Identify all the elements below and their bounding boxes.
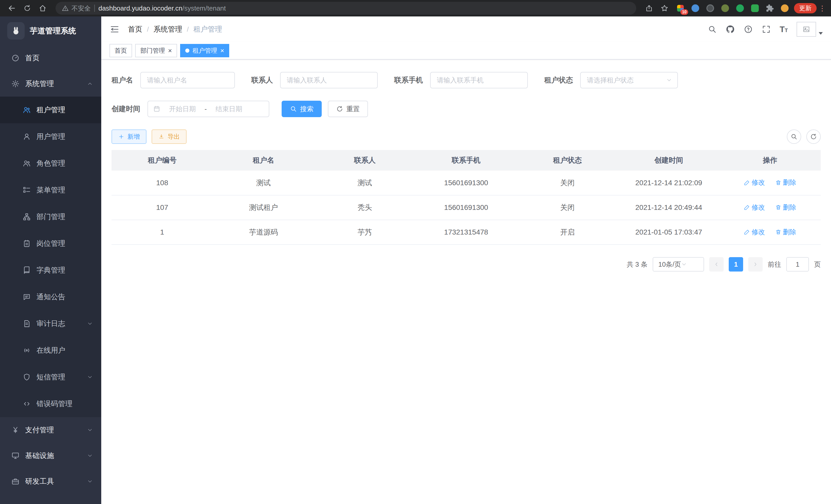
col-tenant-id: 租户编号 <box>112 150 213 171</box>
goto-page-input[interactable] <box>786 257 809 271</box>
chevron-down-icon <box>681 261 699 267</box>
sidebar-item-post[interactable]: 岗位管理 <box>0 230 101 257</box>
browser-back-button[interactable] <box>5 2 19 15</box>
sidebar-item-tenant[interactable]: 租户管理 <box>0 97 101 123</box>
sidebar-item-errcode[interactable]: 错误码管理 <box>0 390 101 417</box>
sidebar-item-devtools[interactable]: 研发工具 <box>0 469 101 494</box>
contact-label: 联系人 <box>251 75 273 85</box>
security-label: 不安全 <box>71 4 91 12</box>
logo[interactable]: 芋道管理系统 <box>0 17 101 45</box>
close-icon[interactable]: × <box>168 47 172 54</box>
breadcrumb-system[interactable]: 系统管理 <box>153 24 182 34</box>
col-phone: 联系手机 <box>416 150 517 171</box>
export-button[interactable]: 导出 <box>152 129 187 144</box>
extensions-puzzle-button[interactable] <box>765 3 775 13</box>
total-count: 共 3 条 <box>627 260 648 269</box>
page-size-select[interactable]: 10条/页 <box>653 257 704 271</box>
status-text: 关闭 <box>517 195 618 220</box>
delete-link[interactable]: 删除 <box>775 203 796 212</box>
sidebar-item-dict[interactable]: 字典管理 <box>0 257 101 284</box>
sidebar-item-user[interactable]: 用户管理 <box>0 123 101 150</box>
sidebar-item-notice[interactable]: 通知公告 <box>0 284 101 310</box>
tab-home[interactable]: 首页 <box>110 44 132 57</box>
address-divider <box>94 5 95 12</box>
breadcrumb-home[interactable]: 首页 <box>128 24 142 34</box>
extension-icon-4[interactable] <box>720 3 730 13</box>
warning-icon <box>62 5 69 12</box>
sidebar-toggle[interactable] <box>107 22 122 36</box>
user-avatar-dropdown[interactable] <box>797 22 823 37</box>
extension-icon-2[interactable] <box>690 3 700 13</box>
font-size-button[interactable]: TT <box>780 25 788 34</box>
edit-icon <box>744 180 750 186</box>
refresh-table-button[interactable] <box>806 129 821 144</box>
sidebar-item-dept[interactable]: 部门管理 <box>0 203 101 230</box>
edit-link[interactable]: 修改 <box>744 203 765 212</box>
tenant-name-input[interactable] <box>140 72 235 88</box>
extension-icon-6[interactable] <box>750 3 760 13</box>
status-select[interactable]: 请选择租户状态 <box>580 72 678 88</box>
address-bar[interactable]: 不安全 dashboard.yudao.iocoder.cn/system/te… <box>56 2 636 14</box>
help-icon <box>744 25 753 34</box>
edit-link[interactable]: 修改 <box>744 178 765 187</box>
edit-link[interactable]: 修改 <box>744 228 765 237</box>
chevron-up-icon <box>87 81 93 87</box>
sidebar-item-pay[interactable]: 支付管理 <box>0 417 101 443</box>
sidebar-item-audit[interactable]: 审计日志 <box>0 310 101 337</box>
sidebar-item-infra[interactable]: 基础设施 <box>0 443 101 469</box>
next-page-button[interactable] <box>748 257 763 271</box>
extension-icon-5[interactable] <box>735 3 745 13</box>
tab-tenant[interactable]: 租户管理 × <box>180 44 229 57</box>
toggle-search-button[interactable] <box>787 129 801 144</box>
sidebar-item-home[interactable]: 首页 <box>0 45 101 71</box>
url-text: dashboard.yudao.iocoder.cn/system/tenant <box>98 4 226 12</box>
header-search-button[interactable] <box>708 25 717 34</box>
help-button[interactable] <box>744 25 753 34</box>
delete-icon <box>775 229 781 235</box>
filter-tenant-name: 租户名 <box>112 72 235 88</box>
page-number-1[interactable]: 1 <box>729 257 743 271</box>
fullscreen-button[interactable] <box>762 25 771 34</box>
table-header-row: 租户编号 租户名 联系人 联系手机 租户状态 创建时间 操作 <box>112 150 821 171</box>
date-end-input[interactable] <box>210 105 248 113</box>
document-icon <box>23 320 31 328</box>
refresh-icon <box>336 105 343 113</box>
browser-home-button[interactable] <box>36 2 49 15</box>
status-label: 租户状态 <box>544 75 573 85</box>
extension-icon-3[interactable] <box>705 3 715 13</box>
phone-input[interactable] <box>430 72 528 88</box>
browser-menu-icon[interactable]: ⋮ <box>819 4 826 12</box>
sidebar-item-system[interactable]: 系统管理 <box>0 71 101 97</box>
share-button[interactable] <box>642 2 656 15</box>
github-link[interactable] <box>726 25 735 34</box>
tenant-icon <box>23 106 31 114</box>
browser-reload-button[interactable] <box>21 2 34 15</box>
bookmark-star-button[interactable] <box>658 2 671 15</box>
sidebar-item-online[interactable]: 在线用户 <box>0 337 101 364</box>
browser-profile-avatar[interactable] <box>780 3 790 13</box>
browser-update-button[interactable]: 更新 <box>794 3 816 13</box>
chevron-down-icon <box>666 77 672 83</box>
contact-input[interactable] <box>280 72 378 88</box>
create-time-label: 创建时间 <box>112 104 140 114</box>
sidebar-item-menu[interactable]: 菜单管理 <box>0 177 101 203</box>
extension-icon-1[interactable]: 10 <box>675 3 686 13</box>
add-button[interactable]: 新增 <box>112 129 146 144</box>
date-start-input[interactable] <box>164 105 201 113</box>
search-button[interactable]: 搜索 <box>282 101 322 117</box>
menu-tree-icon <box>23 186 31 194</box>
prev-page-button[interactable] <box>709 257 724 271</box>
browser-toolbar: 不安全 dashboard.yudao.iocoder.cn/system/te… <box>0 0 831 17</box>
sidebar-item-role[interactable]: 角色管理 <box>0 150 101 177</box>
delete-link[interactable]: 删除 <box>775 228 796 237</box>
system-submenu: 租户管理 用户管理 角色管理 菜单管理 部门管理 <box>0 97 101 417</box>
close-icon[interactable]: × <box>220 47 224 54</box>
reset-button[interactable]: 重置 <box>328 101 368 117</box>
security-indicator[interactable]: 不安全 <box>62 4 91 12</box>
badge-icon <box>23 239 31 248</box>
tab-dept[interactable]: 部门管理 × <box>135 44 177 57</box>
delete-link[interactable]: 删除 <box>775 178 796 187</box>
sidebar-item-sms[interactable]: 短信管理 <box>0 364 101 390</box>
green-circle-extension-icon <box>736 4 744 12</box>
date-range-picker[interactable]: - <box>147 101 269 117</box>
